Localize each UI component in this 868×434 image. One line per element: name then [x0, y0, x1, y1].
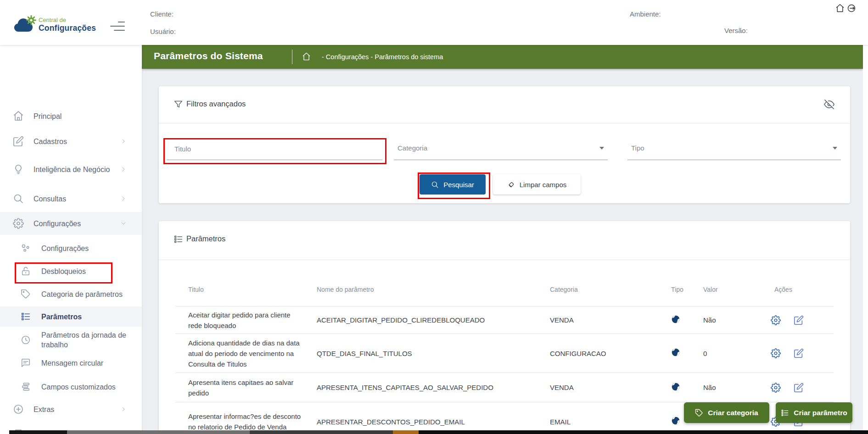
sidebar-item-label: Inteligência de Negócio: [34, 165, 125, 174]
categoria-select[interactable]: Categoria: [394, 138, 608, 160]
sidebar-nav: Principal Cadastros Inteligência de Negó…: [0, 45, 142, 434]
breadcrumb-home-icon[interactable]: [302, 52, 311, 61]
home-icon: [13, 111, 24, 122]
tag-icon: [21, 289, 31, 299]
sidebar-subitem-campos-customizados[interactable]: Campos customizados: [0, 377, 142, 397]
sidebar-subitem-mensagem-circular[interactable]: Mensagem circular: [0, 353, 142, 373]
tipo-placeholder: Tipo: [631, 144, 644, 152]
logo-text-line2: Configurações: [39, 23, 96, 33]
sidebar-item-label: Configurações: [41, 244, 129, 253]
globe-icon: [671, 348, 703, 359]
cell-nome: ACEITAR_DIGITAR_PEDIDO_CLIREDEBLOQUEADO: [317, 316, 550, 324]
globe-icon: [671, 382, 703, 393]
sidebar-subitem-parametros-da-jornada[interactable]: Parâmetros da jornada de trabalho: [0, 328, 142, 351]
sidebar-item-principal[interactable]: Principal: [0, 106, 142, 126]
cell-acoes: [771, 315, 834, 325]
cell-valor: 0: [703, 350, 774, 357]
gear-icon[interactable]: [771, 383, 781, 393]
column-header-tipo: Tipo: [671, 286, 703, 293]
sidebar-subitem-parametros[interactable]: Parâmetros: [0, 306, 142, 327]
top-header-bar: Central de Configurações Cliente: Usuári…: [0, 0, 868, 45]
cell-categoria: VENDA: [550, 316, 671, 324]
limpar-campos-button[interactable]: Limpar campos: [493, 174, 581, 195]
parameters-title: Parâmetros: [186, 234, 225, 243]
sidebar-item-label: Campos customizados: [41, 382, 129, 392]
create-parameter-label: Criar parâmetro: [794, 409, 847, 417]
sidebar-subitem-desbloqueios[interactable]: Desbloqueios: [0, 261, 142, 281]
search-icon: [13, 193, 24, 204]
bottom-scrollbar[interactable]: [0, 430, 868, 434]
cloud-gear-logo-icon: [14, 15, 38, 36]
scrollbar-track[interactable]: [863, 45, 868, 430]
filter-funnel-icon: [174, 100, 183, 109]
eraser-icon: [507, 181, 515, 189]
list-icon: [174, 234, 183, 244]
chevron-right-icon: [121, 196, 126, 201]
menu-toggle-icon[interactable]: [109, 21, 125, 33]
edit-icon[interactable]: [794, 315, 804, 325]
cell-valor: Não: [703, 384, 774, 391]
cell-valor: Não: [703, 316, 774, 324]
limpar-campos-label: Limpar campos: [520, 181, 567, 189]
cell-categoria: CONFIGURACAO: [550, 350, 671, 357]
tag-icon: [695, 409, 703, 417]
gear-icon[interactable]: [771, 315, 781, 325]
sidebar-item-label: Configurações: [34, 219, 125, 228]
sidebar-item-configuracoes[interactable]: Configurações: [0, 212, 142, 235]
filters-title: Filtros avançados: [186, 100, 246, 108]
edit-icon[interactable]: [794, 348, 804, 358]
app-logo: Central de Configurações: [14, 14, 119, 38]
chevron-down-icon: [833, 147, 837, 150]
cell-titulo: Apresentar informac?es de desconto no re…: [188, 411, 302, 430]
sidebar-item-cadastros[interactable]: Cadastros: [0, 131, 142, 151]
gear-icon: [13, 218, 24, 229]
create-parameter-button[interactable]: Criar parâmetro: [776, 402, 852, 423]
exit-icon[interactable]: [847, 4, 856, 13]
filters-card-header: Filtros avançados: [159, 86, 850, 123]
sidebar-subitem-configuracoes[interactable]: Configurações: [0, 238, 142, 258]
cell-acoes: [771, 383, 834, 393]
lightbulb-icon: [13, 164, 24, 175]
sidebar-item-consultas[interactable]: Consultas: [0, 189, 142, 209]
column-header-nome: Nome do parâmetro: [317, 286, 550, 293]
breadcrumb: - Configurações - Parâmetros do sistema: [322, 53, 443, 61]
chevron-down-icon: [121, 221, 126, 226]
eye-off-icon[interactable]: [824, 99, 834, 110]
parameters-card: Parâmetros Titulo Nome do parâmetro Cate…: [159, 221, 850, 430]
titulo-field[interactable]: [167, 138, 382, 160]
table-row: Aceitar digitar pedido para cliente rede…: [175, 306, 834, 334]
chevron-down-icon: [599, 147, 604, 150]
plus-circle-icon: [13, 404, 24, 415]
nodes-icon: [21, 243, 31, 253]
ambiente-label: Ambiente:: [630, 10, 661, 18]
table-header-row: Titulo Nome do parâmetro Categoria Tipo …: [175, 260, 834, 306]
table-row: Apresenta itens capitaes ao salvar pedid…: [175, 373, 834, 402]
sidebar-item-label: Principal: [34, 111, 125, 121]
cell-titulo: Adiciona quantidade de dias na data atua…: [188, 338, 302, 369]
cell-titulo: Apresenta itens capitaes ao salvar pedid…: [188, 377, 302, 398]
app-root: { "topbar": { "logo_line1": "Central de"…: [0, 0, 868, 434]
sidebar-item-label: Parâmetros da jornada de trabalho: [41, 330, 129, 350]
sidebar-subitem-categoria-de-parametros[interactable]: Categoria de parâmetros: [0, 283, 142, 306]
table-row: Adiciona quantidade de dias na data atua…: [175, 334, 834, 373]
page-title: Parâmetros do Sistema: [154, 50, 263, 61]
sidebar-item-label: Desbloqueios: [41, 267, 129, 276]
edit-icon[interactable]: [794, 383, 804, 393]
titulo-input[interactable]: [167, 138, 390, 160]
cell-categoria: VENDA: [550, 384, 671, 391]
gear-icon[interactable]: [771, 348, 781, 358]
main-content: Filtros avançados Categoria Tipo Pesquis…: [142, 69, 863, 430]
tipo-select[interactable]: Tipo: [627, 138, 841, 160]
create-category-button[interactable]: Criar categoria: [684, 402, 769, 423]
home-icon[interactable]: [835, 4, 845, 13]
sidebar-item-inteligencia-de-negocio[interactable]: Inteligência de Negócio: [0, 158, 142, 181]
column-header-titulo: Titulo: [188, 286, 317, 293]
categoria-placeholder: Categoria: [398, 144, 427, 152]
pesquisar-button[interactable]: Pesquisar: [420, 174, 486, 195]
filters-buttons-row: Pesquisar Limpar campos: [159, 174, 850, 195]
versao-label: Versão:: [724, 27, 748, 34]
sidebar-item-extras[interactable]: Extras: [0, 399, 142, 419]
cell-nome: QTDE_DIAS_FINAL_TITULOS: [317, 350, 550, 357]
usuario-label: Usuário:: [150, 28, 176, 35]
sidebar-item-label: Cadastros: [34, 137, 125, 146]
